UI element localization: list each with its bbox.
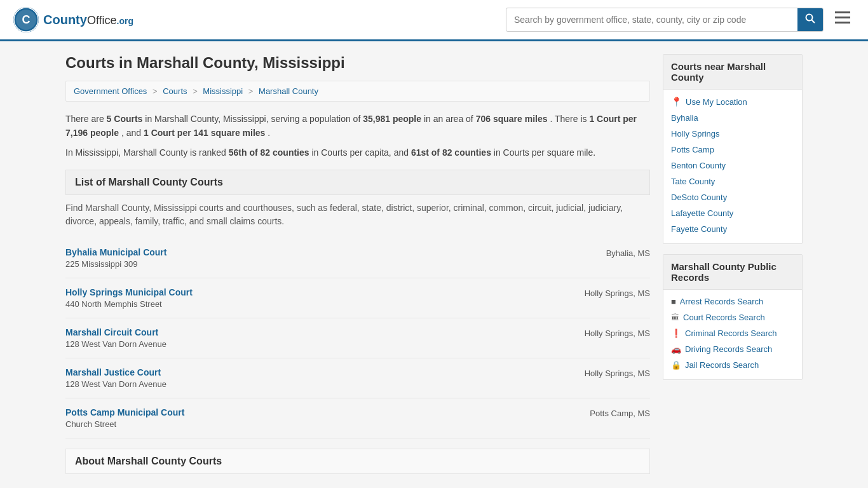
sidebar-record-link[interactable]: Arrest Records Search (680, 297, 764, 306)
search-bar (506, 8, 824, 32)
breadcrumb-link-ms[interactable]: Mississippi (203, 86, 243, 96)
sidebar-nearby-link[interactable]: Benton County (671, 161, 726, 170)
desc-mid2: in an area of (424, 114, 476, 124)
court-info: Byhalia Municipal Court 225 Mississippi … (65, 247, 548, 269)
sidebar-nearby-link[interactable]: Lafayette County (671, 208, 733, 218)
court-location: Byhalia, MS (548, 247, 650, 258)
svg-rect-8 (835, 22, 850, 24)
breadcrumb-link-courts[interactable]: Courts (163, 86, 187, 96)
sidebar-records-links: ■Arrest Records Search🏛Court Records Sea… (671, 294, 794, 373)
rank1: 56th of 82 counties (229, 147, 309, 158)
rank-end: in Courts per square mile. (494, 147, 595, 158)
sidebar-nearby-item[interactable]: DeSoto County (671, 189, 794, 205)
court-location: Holly Springs, MS (548, 367, 650, 378)
rank-prefix: In Mississippi, Marshall County is ranke… (65, 147, 229, 158)
court-name: Marshall Circuit Court (65, 327, 548, 337)
use-location-link[interactable]: Use My Location (686, 97, 747, 107)
court-item: Holly Springs Municipal Court 440 North … (65, 278, 650, 318)
description-line1: There are 5 Courts in Marshall County, M… (65, 112, 650, 140)
sidebar-record-link[interactable]: Court Records Search (683, 313, 765, 322)
court-address: 128 West Van Dorn Avenue (65, 379, 548, 389)
sidebar-nearby-item[interactable]: Tate County (671, 173, 794, 189)
breadcrumb-sep-3: > (248, 86, 254, 96)
sidebar-record-item[interactable]: ❗Criminal Records Search (671, 325, 794, 341)
logo: C CountyOffice.org (13, 6, 133, 33)
search-button[interactable] (797, 8, 823, 31)
svg-rect-7 (835, 17, 850, 18)
sidebar-nearby-item[interactable]: Benton County (671, 158, 794, 173)
sidebar-nearby-item[interactable]: Byhalia (671, 110, 794, 126)
court-name-link[interactable]: Marshall Circuit Court (65, 327, 158, 337)
sidebar-record-item[interactable]: 🔒Jail Records Search (671, 357, 794, 373)
sidebar-nearby-item[interactable]: Lafayette County (671, 205, 794, 221)
court-name: Marshall Justice Court (65, 367, 548, 377)
jail-icon: 🔒 (671, 360, 681, 370)
area: 706 square miles (476, 114, 548, 124)
sidebar-record-link[interactable]: Driving Records Search (685, 344, 772, 354)
court-name-link[interactable]: Byhalia Municipal Court (65, 247, 166, 257)
sidebar-nearby-item[interactable]: Holly Springs (671, 126, 794, 142)
about-section-header: About Marshall County Courts (65, 449, 650, 474)
logo-text: CountyOffice.org (43, 13, 133, 27)
svg-point-4 (806, 15, 813, 21)
search-icon (805, 13, 815, 24)
courts-list: Byhalia Municipal Court 225 Mississippi … (65, 238, 650, 438)
sidebar-record-item[interactable]: ■Arrest Records Search (671, 294, 794, 309)
breadcrumb-sep-2: > (193, 86, 198, 96)
court-info: Potts Camp Municipal Court Church Street (65, 407, 548, 429)
main-content: Courts in Marshall County, Mississippi G… (65, 54, 650, 474)
desc-and: , and (121, 128, 144, 138)
population: 35,981 people (363, 114, 421, 124)
list-section-desc: Find Marshall County, Mississippi courts… (65, 201, 650, 228)
car-icon: 🚗 (671, 344, 681, 354)
site-header: C CountyOffice.org (0, 0, 868, 41)
court-location: Holly Springs, MS (548, 327, 650, 338)
sidebar-courts-near-header: Courts near Marshall County (663, 55, 802, 90)
sidebar-public-records-content: ■Arrest Records Search🏛Court Records Sea… (663, 290, 802, 379)
court-address: 440 North Memphis Street (65, 299, 548, 309)
header-right (506, 8, 855, 32)
sidebar-nearby-link[interactable]: Holly Springs (671, 129, 720, 139)
court-count: 5 Courts (107, 114, 143, 124)
court-item: Potts Camp Municipal Court Church Street… (65, 398, 650, 438)
breadcrumb-link-govt[interactable]: Government Offices (74, 86, 147, 96)
page-title: Courts in Marshall County, Mississippi (65, 54, 650, 72)
sidebar-nearby-item[interactable]: Fayette County (671, 221, 794, 237)
court-name-link[interactable]: Potts Camp Municipal Court (65, 407, 184, 417)
hamburger-icon (835, 11, 850, 24)
logo-icon: C (13, 6, 39, 33)
sidebar-public-records-header: Marshall County Public Records (663, 255, 802, 290)
desc-mid: in Marshall County, Mississippi, serving… (145, 114, 363, 124)
court-item: Byhalia Municipal Court 225 Mississippi … (65, 238, 650, 278)
sidebar-nearby-link[interactable]: Tate County (671, 177, 715, 186)
court-location: Holly Springs, MS (548, 287, 650, 298)
court-address: 225 Mississippi 309 (65, 259, 548, 269)
sidebar-nearby-link[interactable]: DeSoto County (671, 193, 727, 202)
page-container: Courts in Marshall County, Mississippi G… (53, 41, 815, 487)
court-name-link[interactable]: Holly Springs Municipal Court (65, 287, 193, 297)
court-name-link[interactable]: Marshall Justice Court (65, 367, 161, 377)
court-info: Marshall Circuit Court 128 West Van Dorn… (65, 327, 548, 349)
sidebar-nearby-link[interactable]: Potts Camp (671, 145, 714, 154)
search-input[interactable] (506, 10, 797, 30)
desc-suffix: . There is (550, 114, 589, 124)
sidebar-public-records: Marshall County Public Records ■Arrest R… (663, 254, 803, 380)
sidebar-record-item[interactable]: 🚗Driving Records Search (671, 341, 794, 357)
sidebar-nearby-link[interactable]: Fayette County (671, 224, 727, 234)
list-section-header: List of Marshall County Courts (65, 170, 650, 195)
sidebar-use-location[interactable]: 📍 Use My Location (671, 93, 794, 110)
sidebar-nearby-link[interactable]: Byhalia (671, 113, 698, 123)
menu-button[interactable] (830, 9, 855, 30)
sidebar-record-item[interactable]: 🏛Court Records Search (671, 309, 794, 325)
sidebar-record-link[interactable]: Criminal Records Search (685, 329, 777, 338)
arrest-icon: ■ (671, 297, 676, 306)
breadcrumb-link-marshall[interactable]: Marshall County (259, 86, 318, 96)
sidebar-courts-near-content: 📍 Use My Location ByhaliaHolly SpringsPo… (663, 90, 802, 243)
svg-line-5 (812, 20, 815, 24)
breadcrumb-sep-1: > (153, 86, 158, 96)
court-address: 128 West Van Dorn Avenue (65, 339, 548, 349)
sidebar-record-link[interactable]: Jail Records Search (685, 360, 759, 370)
sidebar-nearby-item[interactable]: Potts Camp (671, 142, 794, 158)
description-line2: In Mississippi, Marshall County is ranke… (65, 146, 650, 159)
sidebar: Courts near Marshall County 📍 Use My Loc… (663, 54, 803, 474)
